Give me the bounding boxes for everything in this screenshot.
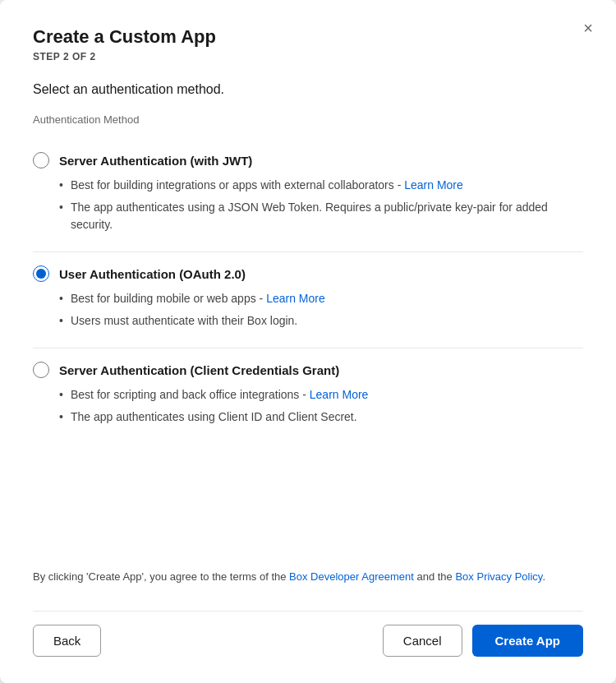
close-button[interactable]: × [580,16,596,39]
option-header-ccg: Server Authentication (Client Credential… [33,362,583,378]
bullet-jwt-1: Best for building integrations or apps w… [59,177,583,194]
right-buttons: Cancel Create App [383,625,583,657]
option-bullets-ccg: Best for scripting and back office integ… [33,386,583,426]
bullet-oauth-2: Users must authenticate with their Box l… [59,312,583,330]
radio-oauth[interactable] [33,265,49,282]
auth-options: Server Authentication (with JWT) Best fo… [33,139,583,552]
box-developer-agreement-link[interactable]: Box Developer Agreement [289,570,414,583]
option-title-jwt: Server Authentication (with JWT) [59,154,252,168]
cancel-button[interactable]: Cancel [383,625,462,657]
option-title-oauth: User Authentication (OAuth 2.0) [59,267,246,281]
learn-more-ccg[interactable]: Learn More [310,388,369,401]
step-label: STEP 2 OF 2 [33,51,583,62]
create-app-button[interactable]: Create App [472,625,583,657]
modal-title: Create a Custom App [33,26,583,48]
modal-container: × Create a Custom App STEP 2 OF 2 Select… [0,0,616,683]
auth-option-oauth: User Authentication (OAuth 2.0) Best for… [33,252,583,348]
radio-jwt[interactable] [33,152,49,168]
box-privacy-policy-link[interactable]: Box Privacy Policy [455,570,542,583]
section-label: Authentication Method [33,113,583,126]
option-header-oauth: User Authentication (OAuth 2.0) [33,265,583,282]
option-title-ccg: Server Authentication (Client Credential… [59,363,339,377]
instruction-text: Select an authentication method. [33,82,583,97]
close-icon: × [583,19,593,37]
learn-more-oauth[interactable]: Learn More [266,292,325,305]
learn-more-jwt[interactable]: Learn More [404,178,463,192]
auth-option-ccg: Server Authentication (Client Credential… [33,348,583,444]
option-header-jwt: Server Authentication (with JWT) [33,152,583,168]
bullet-ccg-1: Best for scripting and back office integ… [59,386,583,404]
bullet-ccg-2: The app authenticates using Client ID an… [59,408,583,426]
bullet-jwt-2: The app authenticates using a JSON Web T… [59,199,583,233]
option-bullets-jwt: Best for building integrations or apps w… [33,177,583,233]
terms-text: By clicking 'Create App', you agree to t… [33,569,583,585]
radio-ccg[interactable] [33,362,49,378]
auth-option-jwt: Server Authentication (with JWT) Best fo… [33,139,583,252]
footer-buttons: Back Cancel Create App [33,611,583,657]
option-bullets-oauth: Best for building mobile or web apps - L… [33,290,583,330]
bullet-oauth-1: Best for building mobile or web apps - L… [59,290,583,307]
back-button[interactable]: Back [33,625,101,657]
